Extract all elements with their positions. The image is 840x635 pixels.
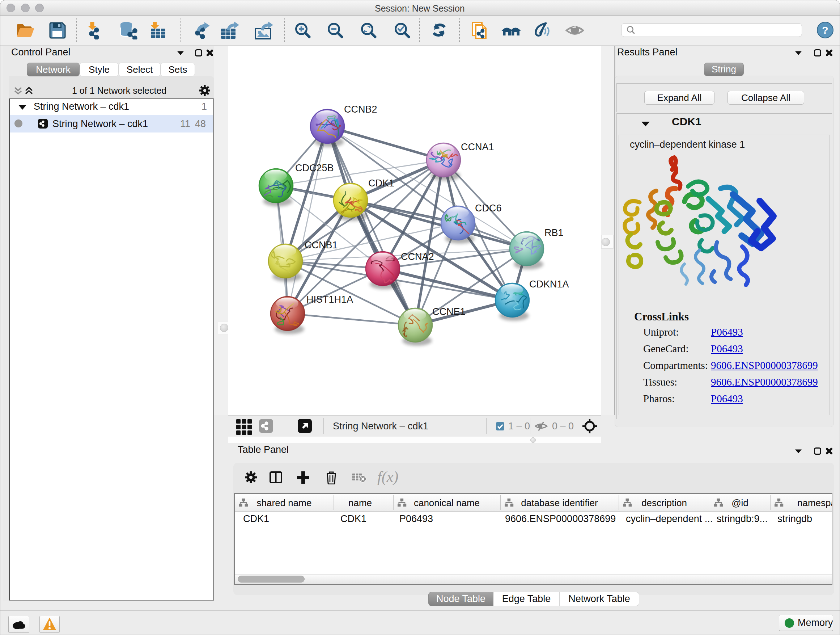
svg-text:CCNB1: CCNB1 xyxy=(305,240,338,250)
svg-text:CDKN1A: CDKN1A xyxy=(529,279,569,290)
svg-text:CDC25B: CDC25B xyxy=(295,163,334,173)
svg-text:CDC6: CDC6 xyxy=(475,203,502,214)
svg-text:RB1: RB1 xyxy=(545,227,564,238)
svg-text:CCNA2: CCNA2 xyxy=(401,251,434,262)
svg-text:CCNB2: CCNB2 xyxy=(344,104,377,115)
svg-text:HIST1H1A: HIST1H1A xyxy=(306,294,353,305)
svg-text:?: ? xyxy=(822,24,828,36)
svg-text:CCNA1: CCNA1 xyxy=(461,141,494,152)
svg-text:CCNE1: CCNE1 xyxy=(432,306,466,317)
svg-text:CDK1: CDK1 xyxy=(368,178,394,188)
